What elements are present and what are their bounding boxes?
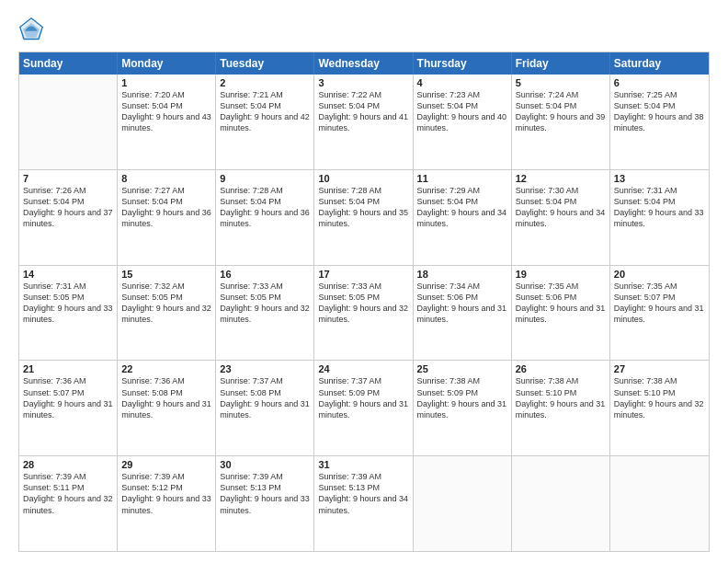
day-info: Sunrise: 7:39 AM Sunset: 5:12 PM Dayligh…: [121, 471, 211, 516]
calendar-day-28: 28Sunrise: 7:39 AM Sunset: 5:11 PM Dayli…: [19, 456, 118, 551]
calendar-day-6: 6Sunrise: 7:25 AM Sunset: 5:04 PM Daylig…: [610, 75, 709, 169]
day-info: Sunrise: 7:29 AM Sunset: 5:04 PM Dayligh…: [417, 185, 507, 230]
calendar-day-empty: [610, 456, 709, 551]
calendar-day-9: 9Sunrise: 7:28 AM Sunset: 5:04 PM Daylig…: [216, 170, 314, 265]
day-number: 13: [614, 173, 705, 184]
weekday-header-wednesday: Wednesday: [314, 52, 413, 75]
calendar-week-2: 7Sunrise: 7:26 AM Sunset: 5:04 PM Daylig…: [19, 170, 709, 266]
calendar-week-5: 28Sunrise: 7:39 AM Sunset: 5:11 PM Dayli…: [19, 456, 709, 551]
calendar-day-27: 27Sunrise: 7:38 AM Sunset: 5:10 PM Dayli…: [610, 361, 709, 455]
day-number: 12: [516, 173, 606, 184]
weekday-header-sunday: Sunday: [19, 52, 118, 75]
calendar: SundayMondayTuesdayWednesdayThursdayFrid…: [18, 52, 710, 552]
calendar-day-26: 26Sunrise: 7:38 AM Sunset: 5:10 PM Dayli…: [512, 361, 610, 455]
calendar-day-18: 18Sunrise: 7:34 AM Sunset: 5:06 PM Dayli…: [414, 266, 512, 361]
day-info: Sunrise: 7:24 AM Sunset: 5:04 PM Dayligh…: [516, 89, 606, 134]
calendar-week-1: 1Sunrise: 7:20 AM Sunset: 5:04 PM Daylig…: [19, 75, 709, 170]
calendar-week-3: 14Sunrise: 7:31 AM Sunset: 5:05 PM Dayli…: [19, 266, 709, 362]
calendar-day-29: 29Sunrise: 7:39 AM Sunset: 5:12 PM Dayli…: [118, 456, 216, 551]
calendar-day-8: 8Sunrise: 7:27 AM Sunset: 5:04 PM Daylig…: [118, 170, 216, 265]
day-info: Sunrise: 7:38 AM Sunset: 5:09 PM Dayligh…: [417, 375, 507, 420]
day-number: 3: [318, 77, 408, 88]
calendar-day-30: 30Sunrise: 7:39 AM Sunset: 5:13 PM Dayli…: [216, 456, 314, 551]
day-number: 20: [614, 269, 705, 280]
day-info: Sunrise: 7:22 AM Sunset: 5:04 PM Dayligh…: [318, 89, 408, 134]
day-number: 14: [23, 269, 113, 280]
calendar-day-3: 3Sunrise: 7:22 AM Sunset: 5:04 PM Daylig…: [314, 75, 413, 169]
calendar-day-24: 24Sunrise: 7:37 AM Sunset: 5:09 PM Dayli…: [314, 361, 413, 455]
calendar-day-11: 11Sunrise: 7:29 AM Sunset: 5:04 PM Dayli…: [414, 170, 512, 265]
day-info: Sunrise: 7:30 AM Sunset: 5:04 PM Dayligh…: [516, 185, 606, 230]
day-number: 9: [220, 173, 310, 184]
calendar-day-16: 16Sunrise: 7:33 AM Sunset: 5:05 PM Dayli…: [216, 266, 314, 361]
day-number: 28: [23, 459, 113, 470]
weekday-header-tuesday: Tuesday: [216, 52, 314, 75]
day-info: Sunrise: 7:28 AM Sunset: 5:04 PM Dayligh…: [318, 185, 408, 230]
calendar-day-7: 7Sunrise: 7:26 AM Sunset: 5:04 PM Daylig…: [19, 170, 118, 265]
day-number: 11: [417, 173, 507, 184]
calendar-day-empty: [19, 75, 118, 169]
day-number: 29: [121, 459, 211, 470]
day-number: 6: [614, 77, 705, 88]
weekday-header-saturday: Saturday: [610, 52, 709, 75]
day-info: Sunrise: 7:20 AM Sunset: 5:04 PM Dayligh…: [121, 89, 211, 134]
header: [18, 17, 710, 42]
day-number: 18: [417, 269, 507, 280]
calendar-day-25: 25Sunrise: 7:38 AM Sunset: 5:09 PM Dayli…: [414, 361, 512, 455]
day-number: 8: [121, 173, 211, 184]
calendar-day-17: 17Sunrise: 7:33 AM Sunset: 5:05 PM Dayli…: [314, 266, 413, 361]
calendar-day-2: 2Sunrise: 7:21 AM Sunset: 5:04 PM Daylig…: [216, 75, 314, 169]
calendar-header-row: SundayMondayTuesdayWednesdayThursdayFrid…: [19, 52, 709, 75]
day-info: Sunrise: 7:32 AM Sunset: 5:05 PM Dayligh…: [121, 281, 211, 326]
logo-icon: [18, 17, 44, 42]
day-info: Sunrise: 7:25 AM Sunset: 5:04 PM Dayligh…: [614, 89, 705, 134]
day-info: Sunrise: 7:33 AM Sunset: 5:05 PM Dayligh…: [318, 281, 408, 326]
day-info: Sunrise: 7:33 AM Sunset: 5:05 PM Dayligh…: [220, 281, 310, 326]
calendar-day-12: 12Sunrise: 7:30 AM Sunset: 5:04 PM Dayli…: [512, 170, 610, 265]
day-info: Sunrise: 7:34 AM Sunset: 5:06 PM Dayligh…: [417, 281, 507, 326]
day-number: 26: [516, 363, 606, 374]
calendar-day-1: 1Sunrise: 7:20 AM Sunset: 5:04 PM Daylig…: [118, 75, 216, 169]
day-info: Sunrise: 7:35 AM Sunset: 5:06 PM Dayligh…: [516, 281, 606, 326]
day-info: Sunrise: 7:36 AM Sunset: 5:07 PM Dayligh…: [23, 375, 113, 420]
day-info: Sunrise: 7:31 AM Sunset: 5:05 PM Dayligh…: [23, 281, 113, 326]
calendar-day-4: 4Sunrise: 7:23 AM Sunset: 5:04 PM Daylig…: [414, 75, 512, 169]
calendar-body: 1Sunrise: 7:20 AM Sunset: 5:04 PM Daylig…: [19, 75, 709, 551]
day-number: 30: [220, 459, 310, 470]
day-number: 5: [516, 77, 606, 88]
day-info: Sunrise: 7:35 AM Sunset: 5:07 PM Dayligh…: [614, 281, 705, 326]
day-info: Sunrise: 7:26 AM Sunset: 5:04 PM Dayligh…: [23, 185, 113, 230]
page: SundayMondayTuesdayWednesdayThursdayFrid…: [0, 0, 728, 563]
logo: [18, 17, 46, 42]
day-number: 24: [318, 363, 408, 374]
day-info: Sunrise: 7:21 AM Sunset: 5:04 PM Dayligh…: [220, 89, 310, 134]
weekday-header-thursday: Thursday: [414, 52, 512, 75]
calendar-day-empty: [414, 456, 512, 551]
day-info: Sunrise: 7:39 AM Sunset: 5:11 PM Dayligh…: [23, 471, 113, 516]
day-number: 19: [516, 269, 606, 280]
day-number: 17: [318, 269, 408, 280]
day-number: 10: [318, 173, 408, 184]
day-number: 23: [220, 363, 310, 374]
day-info: Sunrise: 7:27 AM Sunset: 5:04 PM Dayligh…: [121, 185, 211, 230]
day-info: Sunrise: 7:39 AM Sunset: 5:13 PM Dayligh…: [220, 471, 310, 516]
calendar-day-15: 15Sunrise: 7:32 AM Sunset: 5:05 PM Dayli…: [118, 266, 216, 361]
day-info: Sunrise: 7:38 AM Sunset: 5:10 PM Dayligh…: [614, 375, 705, 420]
day-info: Sunrise: 7:31 AM Sunset: 5:04 PM Dayligh…: [614, 185, 705, 230]
day-info: Sunrise: 7:36 AM Sunset: 5:08 PM Dayligh…: [121, 375, 211, 420]
calendar-day-19: 19Sunrise: 7:35 AM Sunset: 5:06 PM Dayli…: [512, 266, 610, 361]
day-number: 4: [417, 77, 507, 88]
day-number: 16: [220, 269, 310, 280]
calendar-day-20: 20Sunrise: 7:35 AM Sunset: 5:07 PM Dayli…: [610, 266, 709, 361]
weekday-header-friday: Friday: [512, 52, 610, 75]
calendar-day-empty: [512, 456, 610, 551]
day-info: Sunrise: 7:37 AM Sunset: 5:09 PM Dayligh…: [318, 375, 408, 420]
calendar-day-23: 23Sunrise: 7:37 AM Sunset: 5:08 PM Dayli…: [216, 361, 314, 455]
calendar-day-21: 21Sunrise: 7:36 AM Sunset: 5:07 PM Dayli…: [19, 361, 118, 455]
day-info: Sunrise: 7:28 AM Sunset: 5:04 PM Dayligh…: [220, 185, 310, 230]
day-number: 7: [23, 173, 113, 184]
day-number: 22: [121, 363, 211, 374]
calendar-day-13: 13Sunrise: 7:31 AM Sunset: 5:04 PM Dayli…: [610, 170, 709, 265]
weekday-header-monday: Monday: [118, 52, 216, 75]
calendar-day-10: 10Sunrise: 7:28 AM Sunset: 5:04 PM Dayli…: [314, 170, 413, 265]
